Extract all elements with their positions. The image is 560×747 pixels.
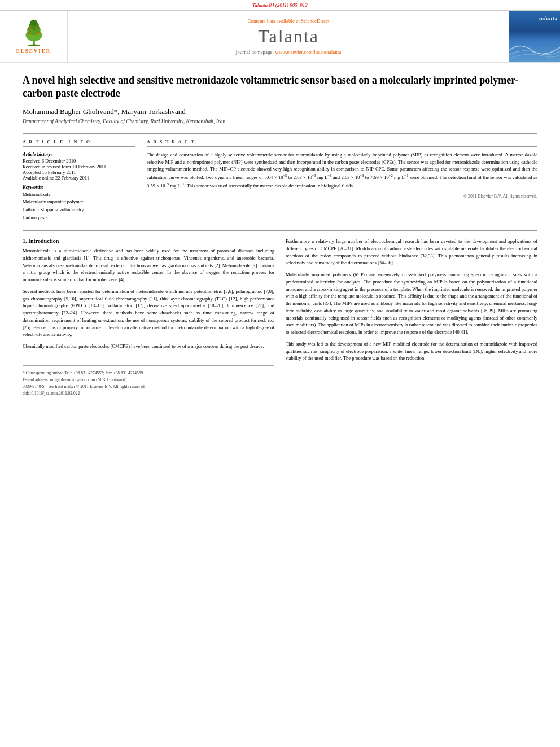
email-note: E-mail address: mbgholivand@yahoo.com (M… xyxy=(23,377,274,382)
right-para-2: Molecularly imprinted polymers (MIPs) ar… xyxy=(286,271,537,336)
intro-para-2: Several methods have been reported for d… xyxy=(23,288,274,338)
abstract-text: The design and construction of a highly … xyxy=(147,151,537,189)
journal-banner: ELSEVIER Contents lists available at Sci… xyxy=(0,11,560,63)
svg-point-8 xyxy=(30,28,32,30)
svg-point-6 xyxy=(28,33,30,35)
abstract-label: A B S T R A C T xyxy=(147,139,537,147)
right-para-3: This study was led to the development of… xyxy=(286,340,537,362)
revised-date: Received in revised form 10 February 201… xyxy=(23,164,135,169)
history-label: Article history: xyxy=(23,151,135,157)
right-para-1: Furthermore a relatively large number of… xyxy=(286,238,537,267)
article-info-box: A R T I C L E I N F O Article history: R… xyxy=(23,139,135,221)
copyright: © 2011 Elsevier B.V. All rights reserved… xyxy=(147,194,537,199)
received-date: Received 6 December 2010 xyxy=(23,158,135,164)
left-column: 1. Introduction Metronidazole is a nitro… xyxy=(23,238,274,397)
cover-title: talanta xyxy=(539,15,558,21)
footer-divider xyxy=(23,365,274,366)
journal-reference: Talanta 84 (2011) 905–912 xyxy=(0,2,560,8)
right-column: Furthermore a relatively large number of… xyxy=(286,238,537,397)
elsevier-logo: ELSEVIER xyxy=(0,11,68,62)
journal-cover-image: talanta xyxy=(509,11,560,62)
affiliation: Department of Analytical Chemistry, Facu… xyxy=(23,119,537,124)
keyword-1: Metronidazole xyxy=(23,191,135,199)
keyword-3: Cathodic stripping voltammetry xyxy=(23,206,135,214)
keywords-list: Metronidazole Molecularly imprinted poly… xyxy=(23,191,135,221)
issn: 0039-9140/$ – see front matter © 2011 El… xyxy=(23,384,274,389)
article-info-label: A R T I C L E I N F O xyxy=(23,139,135,147)
intro-para-1: Metronidazole is a nitroimidazole deriva… xyxy=(23,247,274,283)
journal-homepage: journal homepage: www.elsevier.com/locat… xyxy=(236,49,341,55)
journal-title: Talanta xyxy=(258,26,319,47)
sciencedirect-link: Contents lists available at ScienceDirec… xyxy=(248,18,330,24)
corresponding-note: * Corresponding author. Tel.: +98 831 42… xyxy=(23,370,274,375)
elsevier-brand: ELSEVIER xyxy=(16,48,51,54)
journal-header: Talanta 84 (2011) 905–912 xyxy=(0,0,560,11)
accepted-date: Accepted 16 February 2011 xyxy=(23,169,135,175)
intro-para-3: Chemically modified carbon paste electro… xyxy=(23,343,274,350)
keywords-label: Keywords: xyxy=(23,184,135,190)
article-body: A novel high selective and sensitive met… xyxy=(0,63,560,409)
main-columns: 1. Introduction Metronidazole is a nitro… xyxy=(23,230,537,397)
authors: Mohammad Bagher Gholivand*, Maryam Torka… xyxy=(23,107,537,116)
journal-center: Contents lists available at ScienceDirec… xyxy=(68,11,509,62)
keyword-4: Carbon paste xyxy=(23,214,135,222)
article-footer: * Corresponding author. Tel.: +98 831 42… xyxy=(23,357,274,396)
section1-heading: 1. Introduction xyxy=(23,238,274,244)
keyword-2: Molecularly imprinted polymer xyxy=(23,198,135,206)
abstract-box: A B S T R A C T The design and construct… xyxy=(147,139,537,221)
elsevier-tree-icon xyxy=(17,19,51,47)
cover-decoration xyxy=(509,39,560,62)
svg-point-7 xyxy=(37,32,39,34)
svg-point-1 xyxy=(28,44,40,46)
article-title: A novel high selective and sensitive met… xyxy=(23,74,537,101)
available-date: Available online 22 February 2011 xyxy=(23,175,135,181)
svg-point-9 xyxy=(36,27,37,29)
info-section: A R T I C L E I N F O Article history: R… xyxy=(23,133,537,221)
svg-point-5 xyxy=(30,20,37,26)
doi: doi:10.1016/j.talanta.2011.02.022 xyxy=(23,391,274,396)
